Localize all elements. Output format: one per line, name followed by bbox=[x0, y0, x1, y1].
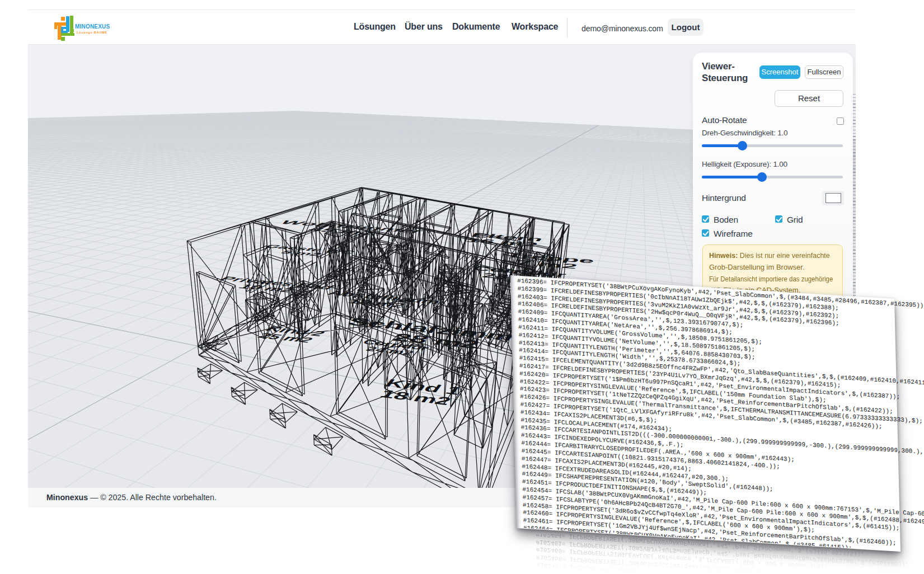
svg-text:MINONEXUS: MINONEXUS bbox=[75, 23, 110, 30]
svg-text:Lösungs-RÄUME: Lösungs-RÄUME bbox=[77, 31, 107, 34]
